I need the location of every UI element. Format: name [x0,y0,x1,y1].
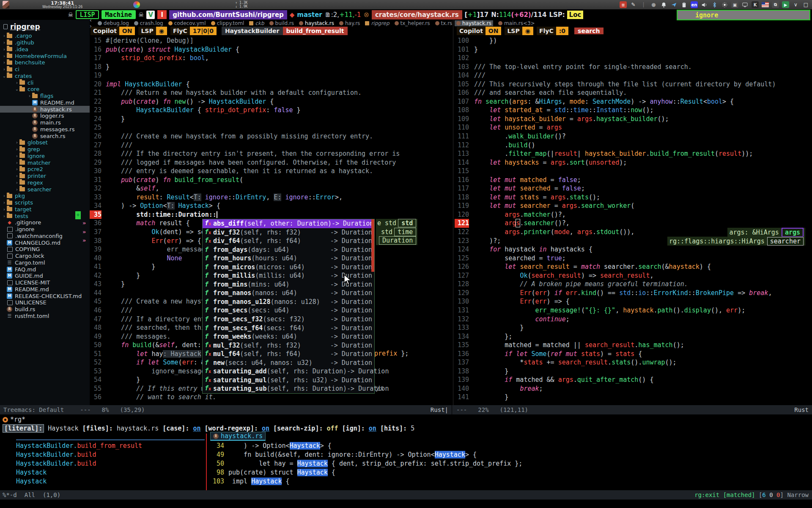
code-line-28[interactable]: 28 /// If the directory entry isn't pres… [90,149,452,158]
code-line-29[interactable]: 29 /// logged if messages have been conf… [90,158,452,167]
buffer-tab-hay.rs[interactable]: hay.rs [339,20,360,26]
buffer-tab-codecov.yml[interactable]: codecov.yml [168,20,206,26]
tree-item-printer[interactable]: ›printer [0,173,90,179]
completion-item-div_f32[interactable]: fxdiv_f32(self, rhs: f32)-> Duration [203,228,374,237]
chevron-right-icon[interactable]: › [2,60,7,65]
code-line-16[interactable]: 16pub(crate) struct HaystackBuilder { [90,45,452,54]
tree-item-.watchmanconfig[interactable]: .watchmanconfig [0,233,90,240]
code-line-133[interactable]: 133 } [455,323,812,332]
rg-param[interactable]: [search-zip]: off [273,425,338,432]
code-line-112[interactable]: 112 .build() [455,141,812,150]
popup-scrollbar[interactable] [371,219,374,272]
code-line-140[interactable]: 140 break; [455,384,812,393]
chevron-down-icon[interactable]: ⌄ [14,87,19,91]
tree-item-build.rs[interactable]: Rbuild.rs [0,306,90,313]
completion-item-from_nanos_u128[interactable]: ffrom_nanos_u128(nanos: u128)-> Duration [203,298,374,306]
rg-symbol-result[interactable]: Haystack [16,468,142,477]
copilot-label[interactable]: Copilot [457,27,486,35]
tree-item-main.rs[interactable]: Rmain.rs [0,119,90,126]
code-line-34[interactable]: 34 ) -> Option<T: Haystack> { [90,202,452,210]
tree-item-.cargo[interactable]: ›.cargo [0,33,90,39]
flycheck-label[interactable]: FlyC [537,27,556,35]
chevron-right-icon[interactable]: › [2,193,7,198]
kde-k-icon[interactable]: K [752,1,759,8]
copilot-label[interactable]: Copilot [91,27,119,35]
project-root[interactable]: ripgrep [0,20,90,33]
code-line-117[interactable]: 117 let mut searched = false; [455,184,812,193]
breadcrumb-type[interactable]: HaystackBuilder [222,27,283,35]
file-path-tab[interactable]: crates/core/haystack.rs [372,10,462,19]
code-line-128[interactable]: 128 // A broken pipe means graceful term… [455,280,812,289]
tree-item-rustfmt.toml[interactable]: ☰rustfmt.toml [0,313,90,320]
code-line-126[interactable]: 126 let search_result = match searcher.s… [455,262,812,271]
code-line-104[interactable]: 104/// [455,71,812,80]
completion-item-new[interactable]: fnew(secs: u64, nanos: u32)-> Duration [203,359,374,367]
tree-item-pcre2[interactable]: ›pcre2 [0,166,90,173]
completion-item-saturating_sub[interactable]: fxsaturating_sub(self, rhs: Duration)-> … [203,384,374,393]
rg-symbol-result[interactable]: HaystackBuilder.build [16,459,142,468]
lsp-label[interactable]: LSP [138,27,156,35]
window-divider[interactable] [453,20,453,405]
rg-param[interactable]: [word-regexp]: on [205,425,270,432]
tree-item-ignore[interactable]: ›ignore [0,153,90,160]
chevron-right-icon[interactable]: › [2,214,7,218]
code-line-27[interactable]: 27 /// [90,141,452,150]
code-line-24[interactable]: 24 } [90,115,452,124]
rg-file-chip[interactable]: R haystack.rs [210,432,266,441]
tree-item-globset[interactable]: ›globset [0,139,90,146]
tree-item-FAQ.md[interactable]: MFAQ.md [0,266,90,273]
completion-item-from_hours[interactable]: ffrom_hours(hours: u64)-> Duration [203,254,374,263]
code-line-132[interactable]: 132 continue; [455,315,812,324]
chevron-right-icon[interactable]: › [2,67,7,72]
windows-icon[interactable]: ⧉ [772,1,779,8]
code-line-56[interactable]: 56 // want to search it. [90,393,452,402]
code-line-35[interactable]: 35 std::time::Duration:: [90,210,452,219]
brightness-icon[interactable] [721,1,728,8]
buffer-tab-haystack.rs[interactable]: haystack.rs [455,20,493,26]
completion-item-div_f64[interactable]: fxdiv_f64(self, rhs: f64)-> Duration [203,237,374,246]
code-line-108[interactable]: 108 let started_at = std::time::Instant:… [455,106,812,115]
avatar[interactable] [3,1,9,8]
completion-item-from_secs_f64[interactable]: ffrom_secs_f64(secs: f64)-> Duration [203,324,374,333]
code-line-31[interactable]: 31 pub(crate) fn build_from_result( [90,176,452,185]
chevron-right-icon[interactable]: › [2,47,7,52]
code-line-115[interactable]: 115 [455,167,812,176]
completion-item-saturating_mul[interactable]: fxsaturating_mul(self, rhs: u32)-> Durat… [203,376,374,385]
code-line-139[interactable]: 139 if matched && args.quit_after_match(… [455,375,812,384]
code-line-15[interactable]: 15#[derive(Clone, Debug)] [90,36,452,45]
buffer-tab-main.rs<3>[interactable]: main.rs<3> [498,20,535,26]
tree-item-haystack.rs[interactable]: Rhaystack.rs [0,106,90,113]
code-line-102[interactable]: 102 [455,54,812,63]
activities-icon[interactable] [133,1,140,8]
tray-separator[interactable]: | [640,1,647,8]
chevron-right-icon[interactable]: › [27,94,32,98]
tree-item-HomebrewFormula[interactable]: ›HomebrewFormula [0,52,90,59]
code-line-114[interactable]: 114 let haystacks = args.sort(unsorted); [455,158,812,167]
project-tab[interactable]: github.com/BurntSushi/ripgrep [169,10,287,19]
chevron-right-icon[interactable]: › [14,140,19,145]
clock[interactable]: 17:38:41 Wednesday 2025-11-26 [42,1,82,9]
tree-item-LICENSE-MIT[interactable]: LICENSE-MIT [0,279,90,286]
code-line-106[interactable]: 106/// and searches each file sequential… [455,88,812,97]
chevron-down-icon[interactable]: ⌄ [2,74,7,78]
rg-line-result[interactable]: 50 let hay = Haystack { dent, strip_dot_… [210,459,522,468]
code-line-19[interactable]: 19 [90,71,452,80]
buffer-tab-tx.rs[interactable]: tx.rs [435,20,453,26]
tree-item-messages.rs[interactable]: Rmessages.rs [0,126,90,133]
git-branch-name[interactable]: master [297,11,322,19]
chevron-right-icon[interactable]: › [14,154,19,158]
rg-symbol-result[interactable]: HaystackBuilder.build [16,450,142,459]
window-outline-icon[interactable]: □ [802,1,809,8]
code-line-109[interactable]: 109 let haystack_builder = args.haystack… [455,115,812,124]
tree-item-logger.rs[interactable]: Rlogger.rs [0,113,90,119]
completion-item-from_micros[interactable]: ffrom_micros(micros: u64)-> Duration [203,263,374,272]
code-line-101[interactable]: 101} [455,45,812,54]
code-line-33[interactable]: 33 result: Result<T: ignore::DirEntry, E… [90,193,452,202]
chevron-right-icon[interactable]: › [14,187,19,192]
buffer-tab-ripgrep[interactable]: ripgrep [365,20,389,26]
volume-icon[interactable] [701,1,708,8]
completion-item-mul_f64[interactable]: fxmul_f64(self, rhs: f64)-> Duration [203,350,374,359]
code-line-20[interactable]: 20impl HaystackBuilder { [90,80,452,89]
send-icon[interactable] [670,1,678,8]
completion-item-from_nanos[interactable]: ffrom_nanos(nanos: u64)-> Duration [203,289,374,298]
